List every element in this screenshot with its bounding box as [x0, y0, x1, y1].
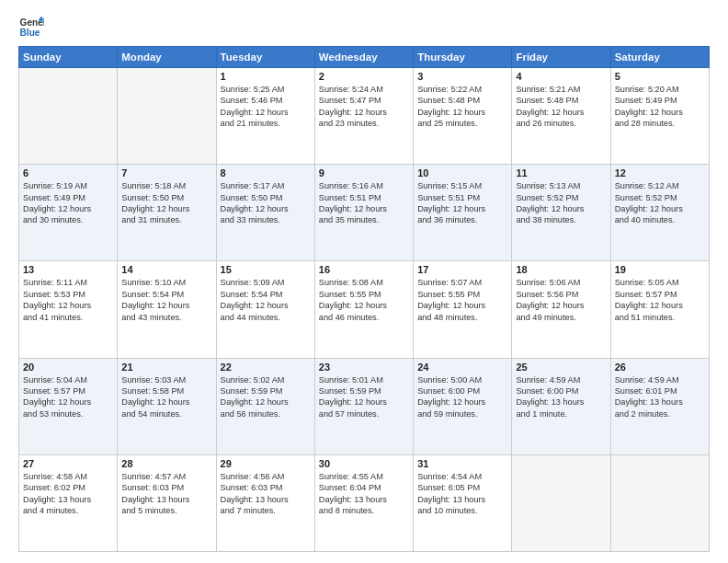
day-info-line: Sunset: 6:00 PM	[516, 385, 606, 396]
day-number: 5	[615, 71, 705, 82]
calendar-week-row: 1Sunrise: 5:25 AMSunset: 5:46 PMDaylight…	[19, 68, 710, 165]
calendar-week-row: 27Sunrise: 4:58 AMSunset: 6:02 PMDayligh…	[19, 454, 710, 551]
day-number: 4	[516, 71, 606, 82]
day-number: 29	[221, 458, 311, 469]
day-number: 2	[319, 71, 409, 82]
day-info-line: Sunrise: 5:17 AM	[221, 180, 311, 191]
day-info-line: Sunrise: 5:09 AM	[221, 277, 311, 288]
calendar-day-cell: 27Sunrise: 4:58 AMSunset: 6:02 PMDayligh…	[19, 454, 118, 551]
calendar-day-cell: 28Sunrise: 4:57 AMSunset: 6:03 PMDayligh…	[118, 454, 216, 551]
calendar-day-cell: 8Sunrise: 5:17 AMSunset: 5:50 PMDaylight…	[216, 165, 314, 261]
day-info-line: Daylight: 12 hours	[23, 300, 113, 311]
day-info-line: Sunset: 5:50 PM	[221, 192, 311, 203]
day-info-line: Sunset: 5:55 PM	[319, 289, 409, 300]
day-info-line: Daylight: 12 hours	[516, 107, 606, 118]
day-info-line: Sunset: 5:54 PM	[121, 289, 211, 300]
day-info-line: Daylight: 12 hours	[23, 396, 113, 408]
calendar-day-cell: 5Sunrise: 5:20 AMSunset: 5:49 PMDaylight…	[610, 68, 709, 165]
day-info-line: and 1 minute.	[516, 408, 606, 419]
day-info-line: and 46 minutes.	[319, 312, 409, 323]
day-info-line: Daylight: 12 hours	[319, 396, 409, 408]
day-info-line: Daylight: 12 hours	[615, 107, 705, 118]
day-info-line: Daylight: 12 hours	[417, 300, 507, 311]
weekday-header-monday: Monday	[118, 47, 216, 68]
day-info-line: Sunset: 5:59 PM	[221, 385, 311, 396]
calendar-day-cell: 18Sunrise: 5:06 AMSunset: 5:56 PMDayligh…	[512, 261, 610, 358]
day-info-line: Daylight: 12 hours	[23, 203, 113, 214]
day-number: 16	[319, 264, 409, 275]
day-number: 7	[121, 167, 211, 178]
day-info-line: Sunset: 5:55 PM	[417, 289, 507, 300]
day-number: 24	[417, 362, 507, 373]
day-info-line: and 48 minutes.	[417, 312, 507, 323]
day-info-line: Sunset: 6:04 PM	[319, 482, 409, 493]
day-info-line: Daylight: 13 hours	[319, 494, 409, 505]
calendar-day-cell: 24Sunrise: 5:00 AMSunset: 6:00 PMDayligh…	[414, 358, 512, 454]
day-info-line: Daylight: 12 hours	[615, 300, 705, 311]
day-info-line: and 5 minutes.	[121, 505, 211, 516]
day-info-line: Sunrise: 5:11 AM	[23, 277, 113, 288]
calendar-day-cell: 31Sunrise: 4:54 AMSunset: 6:05 PMDayligh…	[414, 454, 512, 551]
day-info-line: Daylight: 13 hours	[121, 494, 211, 505]
day-info-line: and 31 minutes.	[121, 214, 211, 225]
svg-text:Blue: Blue	[20, 28, 40, 38]
day-info-line: Sunset: 6:02 PM	[23, 482, 113, 493]
day-info-line: and 4 minutes.	[23, 505, 113, 516]
day-number: 6	[23, 167, 113, 178]
day-number: 10	[417, 167, 507, 178]
day-info-line: and 10 minutes.	[417, 505, 507, 516]
day-info-line: Sunset: 5:57 PM	[615, 289, 705, 300]
calendar-week-row: 13Sunrise: 5:11 AMSunset: 5:53 PMDayligh…	[19, 261, 710, 358]
day-number: 31	[417, 458, 507, 469]
weekday-header-saturday: Saturday	[610, 47, 709, 68]
calendar-day-cell: 29Sunrise: 4:56 AMSunset: 6:03 PMDayligh…	[216, 454, 314, 551]
day-info-line: and 49 minutes.	[516, 312, 606, 323]
day-info-line: and 41 minutes.	[23, 312, 113, 323]
day-number: 26	[615, 362, 705, 373]
day-info-line: Sunrise: 5:08 AM	[319, 277, 409, 288]
day-info-line: Daylight: 13 hours	[516, 396, 606, 408]
day-info-line: Sunset: 5:54 PM	[221, 289, 311, 300]
day-info-line: Daylight: 12 hours	[516, 300, 606, 311]
day-info-line: and 26 minutes.	[516, 118, 606, 129]
day-info-line: Daylight: 12 hours	[319, 203, 409, 214]
day-info-line: and 2 minutes.	[615, 408, 705, 419]
day-info-line: Sunrise: 4:58 AM	[23, 471, 113, 482]
day-info-line: Sunrise: 5:12 AM	[615, 180, 705, 191]
day-info-line: and 54 minutes.	[121, 408, 211, 419]
day-info-line: Daylight: 12 hours	[121, 396, 211, 408]
day-info-line: Sunset: 5:51 PM	[417, 192, 507, 203]
day-number: 14	[121, 264, 211, 275]
day-info-line: Sunrise: 4:54 AM	[417, 471, 507, 482]
calendar-day-cell: 25Sunrise: 4:59 AMSunset: 6:00 PMDayligh…	[512, 358, 610, 454]
header: General Blue	[18, 15, 710, 40]
calendar-day-cell: 20Sunrise: 5:04 AMSunset: 5:57 PMDayligh…	[19, 358, 118, 454]
calendar-day-cell: 11Sunrise: 5:13 AMSunset: 5:52 PMDayligh…	[512, 165, 610, 261]
day-info-line: Sunrise: 5:24 AM	[319, 84, 409, 95]
calendar-day-cell: 6Sunrise: 5:19 AMSunset: 5:49 PMDaylight…	[19, 165, 118, 261]
day-info-line: Sunrise: 5:18 AM	[121, 180, 211, 191]
day-info-line: and 57 minutes.	[319, 408, 409, 419]
day-info-line: and 28 minutes.	[615, 118, 705, 129]
day-number: 23	[319, 362, 409, 373]
calendar-day-cell: 22Sunrise: 5:02 AMSunset: 5:59 PMDayligh…	[216, 358, 314, 454]
day-info-line: and 59 minutes.	[417, 408, 507, 419]
calendar-day-cell	[610, 454, 709, 551]
day-info-line: Sunrise: 5:19 AM	[23, 180, 113, 191]
calendar-day-cell: 13Sunrise: 5:11 AMSunset: 5:53 PMDayligh…	[19, 261, 118, 358]
calendar-week-row: 20Sunrise: 5:04 AMSunset: 5:57 PMDayligh…	[19, 358, 710, 454]
weekday-header-row: SundayMondayTuesdayWednesdayThursdayFrid…	[19, 47, 710, 68]
day-info-line: and 36 minutes.	[417, 214, 507, 225]
day-info-line: Sunset: 5:50 PM	[121, 192, 211, 203]
calendar-day-cell	[118, 68, 216, 165]
day-info-line: Sunset: 5:53 PM	[23, 289, 113, 300]
day-info-line: Daylight: 13 hours	[23, 494, 113, 505]
calendar-table: SundayMondayTuesdayWednesdayThursdayFrid…	[18, 46, 710, 552]
day-info-line: Sunrise: 4:57 AM	[121, 471, 211, 482]
day-info-line: Sunset: 5:56 PM	[516, 289, 606, 300]
day-info-line: Daylight: 13 hours	[221, 494, 311, 505]
day-info-line: and 25 minutes.	[417, 118, 507, 129]
calendar-day-cell: 17Sunrise: 5:07 AMSunset: 5:55 PMDayligh…	[414, 261, 512, 358]
day-number: 12	[615, 167, 705, 178]
logo-icon: General Blue	[18, 15, 44, 40]
